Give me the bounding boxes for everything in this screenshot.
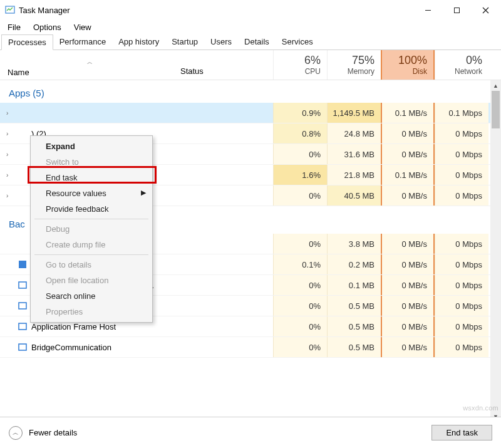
memory-label: Memory <box>330 67 374 76</box>
context-search-online[interactable]: Search online <box>32 288 151 304</box>
tab-users[interactable]: Users <box>204 34 238 49</box>
tab-startup[interactable]: Startup <box>165 34 204 49</box>
menu-file[interactable]: File <box>3 21 26 33</box>
cell-cpu: 1.6% <box>273 165 327 185</box>
chevron-right-icon[interactable]: › <box>6 172 14 179</box>
svg-rect-9 <box>19 344 26 350</box>
cell-cpu: 0% <box>273 144 327 164</box>
watermark-text: wsxdn.com <box>463 404 498 412</box>
cell-memory: 0.5 MB <box>327 316 381 336</box>
context-open-location: Open file location <box>32 273 151 288</box>
memory-percent: 75% <box>330 54 374 67</box>
chevron-right-icon[interactable]: › <box>6 110 14 117</box>
cell-disk: 0 MB/s <box>381 316 435 336</box>
cell-memory: 24.8 MB <box>327 123 381 143</box>
tab-services[interactable]: Services <box>276 34 319 49</box>
cell-disk: 0 MB/s <box>381 185 435 206</box>
network-label: Network <box>438 67 482 76</box>
context-debug: Debug <box>32 221 151 237</box>
context-end-task[interactable]: End task <box>32 170 151 185</box>
svg-rect-8 <box>19 323 26 330</box>
process-name: Application Frame Host <box>31 322 116 331</box>
scroll-thumb[interactable] <box>492 91 500 128</box>
column-name-label: Name <box>8 68 172 77</box>
network-percent: 0% <box>438 54 482 67</box>
svg-rect-6 <box>19 282 26 288</box>
column-status[interactable]: Status <box>178 50 273 80</box>
tab-details[interactable]: Details <box>238 34 276 49</box>
group-apps[interactable]: Apps (5) <box>0 80 501 103</box>
column-disk[interactable]: 100% Disk <box>381 50 435 80</box>
chevron-up-icon[interactable]: ︿ <box>9 426 23 440</box>
app-icon <box>18 321 28 331</box>
menu-options[interactable]: Options <box>28 21 66 33</box>
tab-strip: Processes Performance App history Startu… <box>0 34 501 50</box>
column-network[interactable]: 0% Network <box>435 50 488 80</box>
context-switch-to: Switch to <box>32 154 151 170</box>
cell-cpu: 0% <box>273 185 327 206</box>
cell-cpu: 0.9% <box>273 103 327 123</box>
app-icon <box>18 280 28 290</box>
vertical-scrollbar[interactable]: ▲ ▼ <box>490 80 501 422</box>
app-icon <box>18 239 28 249</box>
cell-memory: 3.8 MB <box>327 234 381 254</box>
cell-network: 0 Mbps <box>435 254 488 274</box>
cpu-label: CPU <box>276 67 321 76</box>
cpu-percent: 6% <box>276 54 321 67</box>
cell-disk: 0 MB/s <box>381 337 435 357</box>
context-expand[interactable]: Expand <box>32 138 151 154</box>
cell-cpu: 0% <box>273 337 327 357</box>
table-row[interactable]: BridgeCommunication 0% 0.5 MB 0 MB/s 0 M… <box>0 337 501 358</box>
app-icon <box>18 108 28 118</box>
table-row[interactable]: › 0.9% 1,149.5 MB 0.1 MB/s 0.1 Mbps <box>0 103 501 123</box>
cell-cpu: 0% <box>273 234 327 254</box>
cell-network: 0 Mbps <box>435 234 488 254</box>
chevron-right-icon[interactable]: › <box>6 192 14 199</box>
tab-processes[interactable]: Processes <box>1 34 53 50</box>
cell-network: 0.1 Mbps <box>435 103 488 123</box>
svg-rect-2 <box>454 8 459 13</box>
submenu-arrow-icon: ▶ <box>141 189 146 197</box>
cell-memory: 40.5 MB <box>327 185 381 206</box>
column-cpu[interactable]: 6% CPU <box>273 50 327 80</box>
fewer-details-link[interactable]: Fewer details <box>29 428 77 437</box>
scroll-up-icon[interactable]: ▲ <box>490 80 501 91</box>
cell-disk: 0 MB/s <box>381 254 435 274</box>
context-resource-values[interactable]: Resource values▶ <box>32 185 151 201</box>
close-button[interactable] <box>471 1 500 19</box>
context-provide-feedback[interactable]: Provide feedback <box>32 201 151 217</box>
tab-performance[interactable]: Performance <box>53 34 112 49</box>
menu-view[interactable]: View <box>69 21 96 33</box>
app-icon <box>18 149 28 159</box>
chevron-right-icon[interactable]: › <box>6 130 14 137</box>
svg-rect-5 <box>19 261 26 268</box>
cell-network: 0 Mbps <box>435 165 488 185</box>
sort-caret-icon: ︿ <box>8 58 172 66</box>
chevron-right-icon[interactable]: › <box>6 151 14 158</box>
task-manager-icon <box>5 5 15 15</box>
minimize-button[interactable] <box>413 1 442 19</box>
cell-disk: 0 MB/s <box>381 144 435 164</box>
cell-memory: 0.5 MB <box>327 296 381 316</box>
cell-network: 0 Mbps <box>435 144 488 164</box>
context-go-details: Go to details <box>32 257 151 273</box>
cell-network: 0 Mbps <box>435 337 488 357</box>
cell-disk: 0 MB/s <box>381 234 435 254</box>
context-properties: Properties <box>32 304 151 320</box>
end-task-button[interactable]: End task <box>431 425 492 440</box>
app-icon <box>18 342 28 352</box>
disk-label: Disk <box>385 67 427 76</box>
cell-cpu: 0% <box>273 316 327 336</box>
tab-app-history[interactable]: App history <box>112 34 165 49</box>
context-create-dump: Create dump file <box>32 237 151 253</box>
column-name[interactable]: ︿ Name <box>0 50 178 80</box>
app-icon <box>18 190 28 201</box>
maximize-button[interactable] <box>442 1 471 19</box>
column-memory[interactable]: 75% Memory <box>327 50 381 80</box>
app-icon <box>18 259 28 269</box>
cell-network: 0 Mbps <box>435 275 488 295</box>
app-icon <box>18 170 28 180</box>
context-menu: Expand Switch to End task Resource value… <box>30 135 153 323</box>
cell-memory: 0.5 MB <box>327 337 381 357</box>
cell-cpu: 0.8% <box>273 123 327 143</box>
